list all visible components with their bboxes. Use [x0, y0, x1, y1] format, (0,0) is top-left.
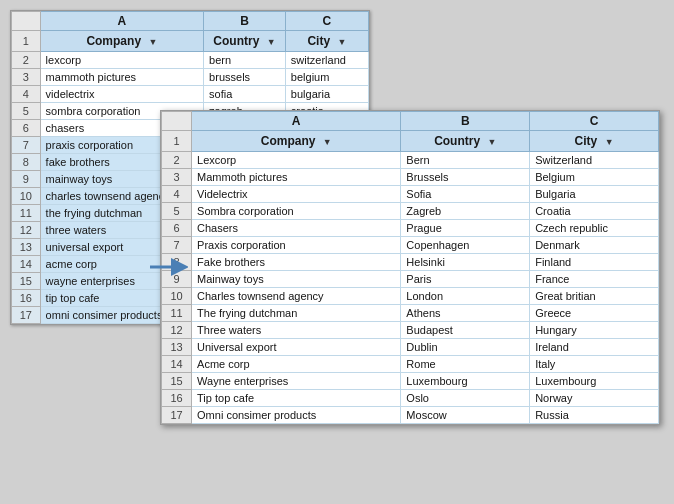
- front-table-row[interactable]: 16Tip top cafeOsloNorway: [162, 390, 659, 407]
- front-col-header-city[interactable]: City ▼: [530, 131, 659, 152]
- front-col-header-country[interactable]: Country ▼: [401, 131, 530, 152]
- front-cell-company[interactable]: Praxis corporation: [192, 237, 401, 254]
- back-row-num: 17: [12, 307, 41, 324]
- front-cell-company[interactable]: Acme corp: [192, 356, 401, 373]
- front-cell-city[interactable]: Great britian: [530, 288, 659, 305]
- filter-icon-country[interactable]: ▼: [267, 37, 276, 47]
- front-cell-country[interactable]: Athens: [401, 305, 530, 322]
- front-cell-country[interactable]: London: [401, 288, 530, 305]
- back-row-num: 16: [12, 290, 41, 307]
- front-cell-company[interactable]: Wayne enterprises: [192, 373, 401, 390]
- back-table-row[interactable]: 4videlectrixsofiabulgaria: [12, 86, 369, 103]
- front-cell-city[interactable]: Italy: [530, 356, 659, 373]
- front-table-row[interactable]: 11The frying dutchmanAthensGreece: [162, 305, 659, 322]
- front-cell-city[interactable]: Denmark: [530, 237, 659, 254]
- front-filter-icon-city[interactable]: ▼: [605, 137, 614, 147]
- front-cell-company[interactable]: Tip top cafe: [192, 390, 401, 407]
- front-cell-country[interactable]: Paris: [401, 271, 530, 288]
- front-cell-country[interactable]: Copenhagen: [401, 237, 530, 254]
- back-cell-country[interactable]: brussels: [204, 69, 286, 86]
- front-table-row[interactable]: 5Sombra corporationZagrebCroatia: [162, 203, 659, 220]
- front-table-row[interactable]: 4VidelectrixSofiaBulgaria: [162, 186, 659, 203]
- front-cell-company[interactable]: Mainway toys: [192, 271, 401, 288]
- back-row-num: 7: [12, 137, 41, 154]
- front-cell-company[interactable]: Three waters: [192, 322, 401, 339]
- front-cell-city[interactable]: Belgium: [530, 169, 659, 186]
- front-cell-city[interactable]: Hungary: [530, 322, 659, 339]
- front-cell-city[interactable]: Norway: [530, 390, 659, 407]
- front-row-num-1: 1: [162, 131, 192, 152]
- back-cell-company[interactable]: mammoth pictures: [40, 69, 204, 86]
- front-table-row[interactable]: 14Acme corpRomeItaly: [162, 356, 659, 373]
- back-cell-company[interactable]: videlectrix: [40, 86, 204, 103]
- back-cell-country[interactable]: bern: [204, 52, 286, 69]
- front-table-row[interactable]: 15Wayne enterprisesLuxembourgLuxembourg: [162, 373, 659, 390]
- front-cell-country[interactable]: Dublin: [401, 339, 530, 356]
- front-table-row[interactable]: 9Mainway toysParisFrance: [162, 271, 659, 288]
- filter-icon-city[interactable]: ▼: [337, 37, 346, 47]
- front-cell-city[interactable]: Bulgaria: [530, 186, 659, 203]
- front-cell-country[interactable]: Moscow: [401, 407, 530, 424]
- front-cell-country[interactable]: Sofia: [401, 186, 530, 203]
- front-row-num: 6: [162, 220, 192, 237]
- front-table-row[interactable]: 8Fake brothersHelsinkiFinland: [162, 254, 659, 271]
- front-cell-city[interactable]: Finland: [530, 254, 659, 271]
- front-cell-company[interactable]: Mammoth pictures: [192, 169, 401, 186]
- front-table-row[interactable]: 3Mammoth picturesBrusselsBelgium: [162, 169, 659, 186]
- front-cell-city[interactable]: Luxembourg: [530, 373, 659, 390]
- front-table-row[interactable]: 13Universal exportDublinIreland: [162, 339, 659, 356]
- front-cell-country[interactable]: Luxembourg: [401, 373, 530, 390]
- front-row-num: 16: [162, 390, 192, 407]
- front-cell-country[interactable]: Rome: [401, 356, 530, 373]
- front-filter-icon-country[interactable]: ▼: [487, 137, 496, 147]
- front-table-row[interactable]: 2LexcorpBernSwitzerland: [162, 152, 659, 169]
- front-cell-company[interactable]: Chasers: [192, 220, 401, 237]
- front-table-row[interactable]: 10Charles townsend agencyLondonGreat bri…: [162, 288, 659, 305]
- front-cell-company[interactable]: Videlectrix: [192, 186, 401, 203]
- front-cell-city[interactable]: Czech republic: [530, 220, 659, 237]
- back-cell-city[interactable]: bulgaria: [285, 86, 368, 103]
- back-table-row[interactable]: 3mammoth picturesbrusselsbelgium: [12, 69, 369, 86]
- front-col-letter-c: C: [530, 112, 659, 131]
- front-cell-company[interactable]: Omni consimer products: [192, 407, 401, 424]
- front-col-header-company[interactable]: Company ▼: [192, 131, 401, 152]
- front-cell-country[interactable]: Zagreb: [401, 203, 530, 220]
- back-row-num: 8: [12, 154, 41, 171]
- front-cell-company[interactable]: Lexcorp: [192, 152, 401, 169]
- back-cell-company[interactable]: lexcorp: [40, 52, 204, 69]
- front-cell-company[interactable]: Charles townsend agency: [192, 288, 401, 305]
- back-cell-city[interactable]: belgium: [285, 69, 368, 86]
- back-table-row[interactable]: 2lexcorpbernswitzerland: [12, 52, 369, 69]
- front-cell-country[interactable]: Prague: [401, 220, 530, 237]
- front-cell-city[interactable]: France: [530, 271, 659, 288]
- front-cell-country[interactable]: Helsinki: [401, 254, 530, 271]
- back-col-header-city[interactable]: City ▼: [285, 31, 368, 52]
- front-cell-country[interactable]: Oslo: [401, 390, 530, 407]
- back-row-num: 9: [12, 171, 41, 188]
- front-cell-country[interactable]: Bern: [401, 152, 530, 169]
- front-cell-city[interactable]: Russia: [530, 407, 659, 424]
- front-cell-city[interactable]: Switzerland: [530, 152, 659, 169]
- front-cell-company[interactable]: Sombra corporation: [192, 203, 401, 220]
- back-cell-country[interactable]: sofia: [204, 86, 286, 103]
- filter-icon-company[interactable]: ▼: [148, 37, 157, 47]
- front-cell-company[interactable]: Fake brothers: [192, 254, 401, 271]
- front-cell-country[interactable]: Brussels: [401, 169, 530, 186]
- back-col-header-country[interactable]: Country ▼: [204, 31, 286, 52]
- front-row-num: 13: [162, 339, 192, 356]
- back-cell-city[interactable]: switzerland: [285, 52, 368, 69]
- front-filter-icon-company[interactable]: ▼: [323, 137, 332, 147]
- front-cell-company[interactable]: Universal export: [192, 339, 401, 356]
- row-num: 1: [12, 31, 41, 52]
- front-cell-city[interactable]: Croatia: [530, 203, 659, 220]
- front-table-row[interactable]: 17Omni consimer productsMoscowRussia: [162, 407, 659, 424]
- transform-arrow: [148, 255, 178, 275]
- front-cell-company[interactable]: The frying dutchman: [192, 305, 401, 322]
- front-table-row[interactable]: 7Praxis corporationCopenhagenDenmark: [162, 237, 659, 254]
- front-cell-city[interactable]: Ireland: [530, 339, 659, 356]
- front-cell-country[interactable]: Budapest: [401, 322, 530, 339]
- front-table-row[interactable]: 6ChasersPragueCzech republic: [162, 220, 659, 237]
- front-table-row[interactable]: 12Three watersBudapestHungary: [162, 322, 659, 339]
- back-col-header-company[interactable]: Company ▼: [40, 31, 204, 52]
- front-cell-city[interactable]: Greece: [530, 305, 659, 322]
